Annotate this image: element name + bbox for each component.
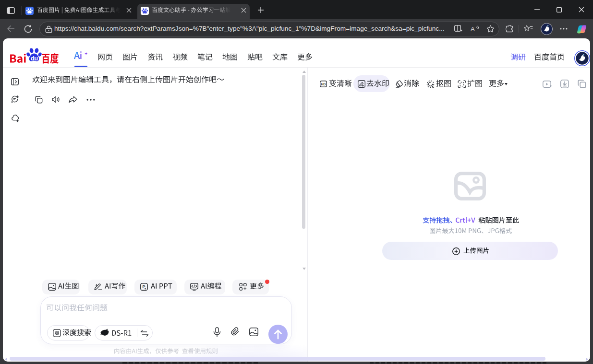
svg-text:HD: HD xyxy=(321,82,326,86)
svg-text:A: A xyxy=(471,25,475,33)
svg-text:du: du xyxy=(31,55,38,62)
